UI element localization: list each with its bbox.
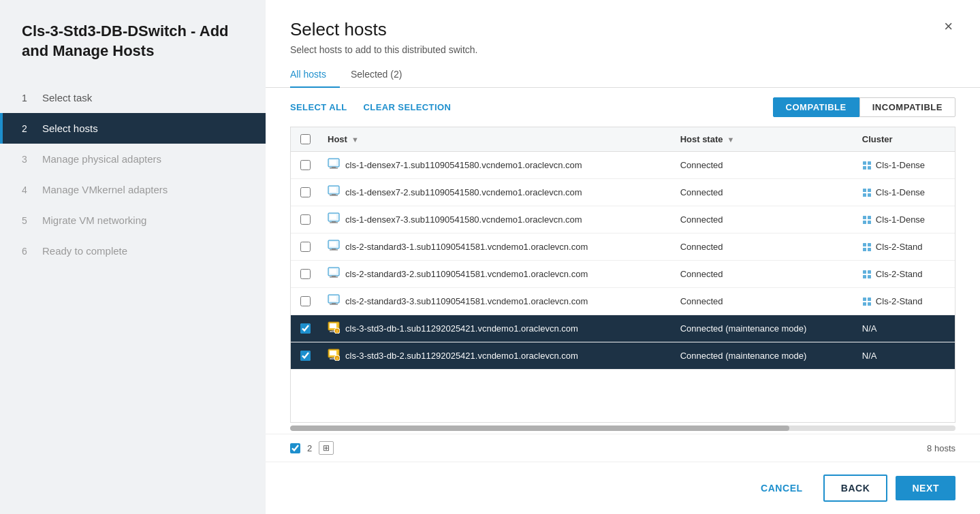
svg-rect-30	[863, 248, 866, 251]
step-label-3: Manage physical adapters	[42, 153, 161, 165]
row-cluster-cell: Cls-2-Stand	[854, 288, 955, 315]
select-all-button[interactable]: SELECT ALL	[290, 102, 347, 112]
row-checkbox[interactable]	[300, 242, 311, 252]
back-button[interactable]: BACK	[823, 475, 888, 502]
row-cluster-cell: N/A	[854, 315, 955, 342]
row-checkbox-cell	[291, 315, 319, 342]
dialog-footer: CANCEL BACK NEXT	[266, 462, 980, 514]
incompatible-filter-button[interactable]: INCOMPATIBLE	[859, 97, 955, 117]
svg-rect-12	[863, 189, 866, 192]
host-name: cls-1-densex7-3.sub11090541580.vcndemo1.…	[345, 214, 582, 225]
svg-rect-28	[863, 243, 866, 246]
svg-rect-42	[332, 303, 336, 304]
row-host-cell: ! cls-3-std3-db-2.sub11292025421.vcndemo…	[319, 342, 672, 370]
table-row: cls-2-standard3-3.sub11090541581.vcndemo…	[291, 288, 955, 315]
row-checkbox[interactable]	[300, 160, 311, 170]
sidebar-title: Cls-3-Std3-DB-DSwitch - Add and Manage H…	[0, 22, 266, 82]
host-name: cls-2-standard3-1.sub11090541581.vcndemo…	[345, 242, 588, 252]
host-state-filter-icon[interactable]: ▼	[727, 135, 735, 144]
step-label-1: Select task	[42, 92, 92, 103]
row-host-cell: cls-1-densex7-2.sub11090541580.vcndemo1.…	[319, 179, 672, 206]
sidebar-step-1[interactable]: 1 Select task	[0, 82, 266, 113]
table-row: cls-1-densex7-3.sub11090541580.vcndemo1.…	[291, 206, 955, 234]
host-filter-icon[interactable]: ▼	[351, 135, 359, 144]
table-body: cls-1-densex7-1.sub11090541580.vcndemo1.…	[291, 152, 955, 370]
sidebar-step-2[interactable]: 2 Select hosts	[0, 113, 266, 144]
row-checkbox[interactable]	[300, 296, 311, 306]
svg-rect-38	[863, 275, 866, 278]
svg-rect-13	[868, 189, 871, 192]
svg-rect-29	[868, 243, 871, 246]
row-checkbox[interactable]	[300, 323, 311, 334]
row-host-cell: cls-1-densex7-3.sub11090541580.vcndemo1.…	[319, 206, 672, 234]
row-checkbox[interactable]	[300, 187, 311, 197]
total-hosts-label: 8 hosts	[927, 443, 955, 453]
svg-rect-10	[332, 194, 336, 195]
row-checkbox[interactable]	[300, 269, 311, 279]
svg-rect-21	[868, 216, 871, 219]
host-name: cls-1-densex7-1.sub11090541580.vcndemo1.…	[345, 160, 582, 170]
horizontal-scrollbar[interactable]	[290, 425, 955, 431]
selected-count: 2	[307, 443, 312, 453]
table-wrapper: Host ▼ Host state ▼ Cluster	[290, 127, 955, 423]
sidebar-step-4: 4 Manage VMkernel adapters	[0, 174, 266, 205]
dialog: Cls-3-Std3-DB-DSwitch - Add and Manage H…	[0, 0, 980, 514]
table-footer: 2 ⊞ 8 hosts	[266, 434, 980, 462]
main-content: Select hosts × Select hosts to add to th…	[266, 0, 980, 514]
close-button[interactable]: ×	[941, 16, 955, 37]
svg-rect-14	[863, 193, 866, 197]
row-host-state-cell: Connected (maintenance mode)	[672, 342, 854, 370]
hosts-table: Host ▼ Host state ▼ Cluster	[291, 127, 955, 370]
next-button[interactable]: NEXT	[896, 476, 955, 500]
row-cluster-cell: Cls-2-Stand	[854, 261, 955, 288]
host-name: cls-3-std3-db-2.sub11292025421.vcndemo1.…	[345, 351, 578, 361]
svg-rect-44	[863, 298, 866, 301]
row-checkbox-cell	[291, 342, 319, 370]
host-name: cls-2-standard3-3.sub11090541581.vcndemo…	[345, 296, 588, 306]
svg-rect-57	[330, 351, 336, 355]
svg-rect-45	[868, 298, 871, 301]
footer-checkbox[interactable]	[290, 443, 300, 453]
host-icon	[328, 294, 340, 308]
cancel-button[interactable]: CANCEL	[748, 476, 815, 500]
row-host-state-cell: Connected	[672, 261, 854, 288]
svg-rect-7	[868, 166, 871, 170]
row-checkbox-cell	[291, 234, 319, 261]
svg-rect-36	[863, 270, 866, 274]
row-checkbox-cell	[291, 152, 319, 179]
svg-rect-19	[330, 214, 336, 219]
row-checkbox[interactable]	[300, 351, 311, 361]
sidebar-step-6: 6 Ready to complete	[0, 236, 266, 266]
svg-rect-3	[330, 160, 336, 165]
row-host-cell: cls-1-densex7-1.sub11090541580.vcndemo1.…	[319, 152, 672, 179]
step-num-2: 2	[22, 123, 34, 134]
table-row: cls-2-standard3-2.sub11090541581.vcndemo…	[291, 261, 955, 288]
step-label-2: Select hosts	[42, 123, 98, 134]
table-row: cls-1-densex7-1.sub11090541580.vcndemo1.…	[291, 152, 955, 179]
row-checkbox[interactable]	[300, 214, 311, 225]
svg-rect-18	[332, 221, 336, 223]
step-num-4: 4	[22, 184, 34, 195]
row-host-state-cell: Connected	[672, 206, 854, 234]
th-checkbox	[291, 127, 319, 152]
svg-text:!: !	[336, 330, 338, 334]
tab-all-hosts[interactable]: All hosts	[290, 63, 340, 88]
svg-rect-27	[330, 242, 336, 246]
row-host-cell: cls-2-standard3-3.sub11090541581.vcndemo…	[319, 288, 672, 315]
host-icon	[328, 267, 340, 281]
clear-selection-button[interactable]: CLEAR SELECTION	[364, 102, 452, 112]
tab-selected[interactable]: Selected (2)	[351, 63, 415, 88]
th-cluster: Cluster	[854, 127, 955, 152]
svg-text:!: !	[336, 357, 338, 361]
host-name: cls-2-standard3-2.sub11090541581.vcndemo…	[345, 269, 588, 279]
compatible-filter-button[interactable]: COMPATIBLE	[773, 97, 859, 117]
row-host-state-cell: Connected (maintenance mode)	[672, 315, 854, 342]
svg-rect-5	[868, 161, 871, 165]
column-settings-button[interactable]: ⊞	[319, 441, 334, 455]
row-host-state-cell: Connected	[672, 234, 854, 261]
svg-rect-39	[868, 275, 871, 278]
header-checkbox[interactable]	[300, 134, 311, 144]
row-checkbox-cell	[291, 288, 319, 315]
th-host-state: Host state ▼	[672, 127, 854, 152]
row-host-state-cell: Connected	[672, 152, 854, 179]
